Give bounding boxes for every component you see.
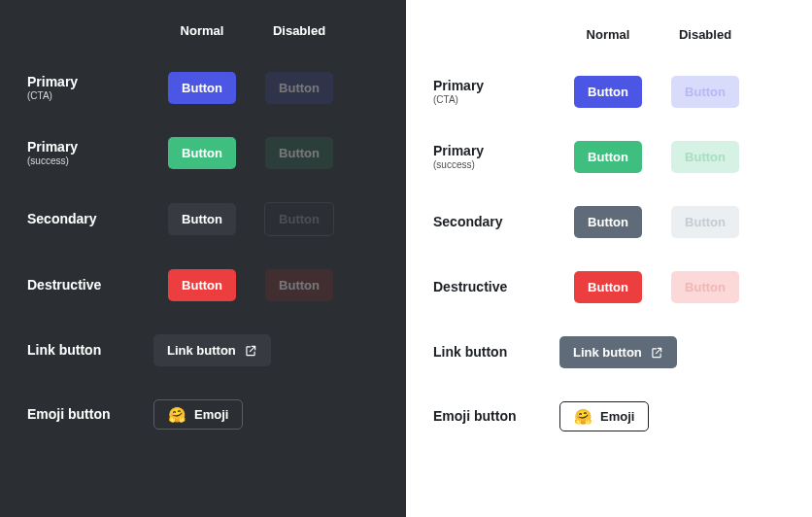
link-button[interactable]: Link button: [153, 334, 271, 366]
primary-cta-button-disabled: Button: [671, 76, 739, 108]
primary-cta-button[interactable]: Button: [574, 76, 642, 108]
link-button-label: Link button: [573, 345, 642, 360]
row-destructive: Destructive Button Button: [27, 253, 379, 318]
col-header-disabled: Disabled: [657, 27, 754, 42]
external-link-icon: [244, 344, 257, 358]
destructive-button[interactable]: Button: [168, 269, 236, 301]
row-label-secondary: Secondary: [433, 214, 559, 230]
row-label-primary-success: Primary (success): [433, 143, 559, 171]
row-label-primary-cta: Primary (CTA): [433, 78, 559, 106]
col-header-normal: Normal: [559, 27, 657, 42]
primary-cta-button-disabled: Button: [265, 72, 333, 104]
row-primary-success: Primary (success) Button Button: [27, 121, 379, 186]
row-label-secondary: Secondary: [27, 211, 153, 227]
row-primary-cta: Primary (CTA) Button Button: [27, 55, 379, 121]
secondary-button-disabled: Button: [671, 206, 739, 238]
primary-success-button[interactable]: Button: [168, 137, 236, 169]
emoji-button-label: Emoji: [194, 407, 228, 422]
destructive-button-disabled: Button: [265, 269, 333, 301]
row-label-emoji: Emoji button: [27, 406, 153, 423]
secondary-button[interactable]: Button: [168, 203, 236, 235]
col-header-normal: Normal: [153, 23, 251, 38]
emoji-button[interactable]: 🤗 Emoji: [559, 401, 649, 431]
row-label-link: Link button: [433, 344, 559, 361]
external-link-icon: [650, 346, 663, 360]
row-primary-cta: Primary (CTA) Button Button: [433, 59, 781, 124]
header-row: Normal Disabled: [27, 23, 379, 55]
hug-emoji-icon: 🤗: [168, 407, 186, 422]
row-emoji: Emoji button 🤗 Emoji: [433, 385, 781, 448]
primary-success-button-disabled: Button: [671, 141, 739, 173]
link-button-label: Link button: [167, 343, 236, 358]
emoji-button[interactable]: 🤗 Emoji: [153, 399, 243, 430]
link-button[interactable]: Link button: [559, 336, 677, 368]
row-secondary: Secondary Button Button: [433, 190, 781, 255]
panel-dark: Normal Disabled Primary (CTA) Button But…: [0, 0, 406, 517]
hug-emoji-icon: 🤗: [574, 409, 592, 424]
row-label-link: Link button: [27, 342, 153, 359]
row-destructive: Destructive Button Button: [433, 255, 781, 320]
row-label-emoji: Emoji button: [433, 408, 559, 425]
destructive-button[interactable]: Button: [574, 271, 642, 303]
header-row: Normal Disabled: [433, 27, 781, 59]
panel-light: Normal Disabled Primary (CTA) Button But…: [406, 4, 808, 513]
primary-success-button[interactable]: Button: [574, 141, 642, 173]
secondary-button-disabled: Button: [264, 202, 334, 236]
row-link: Link button Link button: [433, 320, 781, 385]
emoji-button-label: Emoji: [600, 409, 634, 424]
row-emoji: Emoji button 🤗 Emoji: [27, 383, 379, 446]
primary-success-button-disabled: Button: [265, 137, 333, 169]
col-header-disabled: Disabled: [251, 23, 348, 38]
destructive-button-disabled: Button: [671, 271, 739, 303]
row-label-destructive: Destructive: [27, 277, 153, 293]
row-label-destructive: Destructive: [433, 279, 559, 295]
secondary-button[interactable]: Button: [574, 206, 642, 238]
row-label-primary-success: Primary (success): [27, 139, 153, 167]
row-link: Link button Link button: [27, 318, 379, 383]
primary-cta-button[interactable]: Button: [168, 72, 236, 104]
row-primary-success: Primary (success) Button Button: [433, 124, 781, 190]
row-label-primary-cta: Primary (CTA): [27, 74, 153, 102]
row-secondary: Secondary Button Button: [27, 186, 379, 253]
